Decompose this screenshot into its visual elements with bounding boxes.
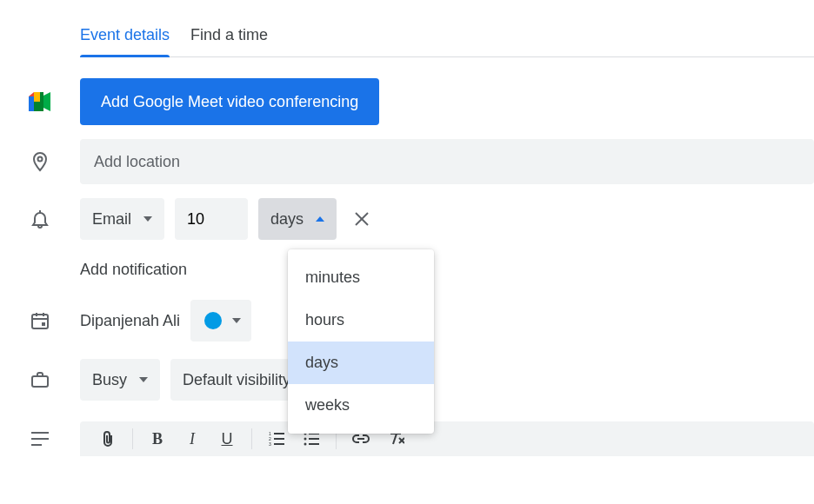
underline-button[interactable]: U [211, 423, 243, 454]
bold-button[interactable]: B [142, 423, 173, 454]
add-notification-button[interactable]: Add notification [80, 261, 187, 279]
svg-rect-11 [32, 315, 48, 328]
svg-text:3: 3 [269, 441, 271, 446]
description-icon [30, 431, 50, 447]
notification-count-input[interactable] [175, 198, 248, 240]
unit-option-minutes[interactable]: minutes [288, 256, 434, 299]
bell-icon [30, 209, 50, 229]
chevron-down-icon [232, 318, 241, 323]
svg-rect-17 [32, 376, 48, 387]
notification-unit-dropdown[interactable]: days [258, 198, 337, 240]
svg-marker-8 [316, 216, 324, 222]
google-meet-icon [29, 92, 51, 111]
description-toolbar: B I U 123 [80, 421, 814, 456]
svg-point-33 [304, 443, 307, 446]
svg-rect-3 [34, 92, 40, 102]
svg-rect-0 [29, 96, 34, 111]
tab-event-details[interactable]: Event details [80, 26, 170, 56]
notification-unit-menu: minutes hours days weeks [288, 249, 434, 434]
tab-find-time[interactable]: Find a time [190, 26, 268, 56]
unit-option-hours[interactable]: hours [288, 299, 434, 342]
svg-marker-16 [232, 318, 241, 323]
svg-marker-4 [43, 92, 50, 111]
remove-notification-button[interactable] [347, 204, 377, 234]
unit-option-weeks[interactable]: weeks [288, 384, 434, 427]
event-tabs: Event details Find a time [80, 26, 814, 57]
chevron-up-icon [316, 216, 324, 222]
svg-marker-2 [29, 92, 34, 96]
chevron-down-icon [143, 216, 152, 222]
italic-button[interactable]: I [177, 423, 208, 454]
color-swatch [204, 312, 222, 329]
toolbar-divider [251, 428, 252, 449]
event-color-picker[interactable] [190, 300, 251, 342]
svg-rect-15 [42, 322, 45, 326]
visibility-dropdown[interactable]: Default visibility [170, 359, 297, 401]
svg-marker-7 [143, 216, 152, 222]
calendar-owner-name: Dipanjenah Ali [80, 312, 180, 330]
svg-point-5 [38, 157, 43, 162]
svg-point-32 [304, 438, 307, 441]
svg-line-36 [393, 434, 397, 444]
calendar-icon [30, 311, 50, 330]
add-google-meet-button[interactable]: Add Google Meet video conferencing [80, 78, 379, 125]
chevron-down-icon [139, 377, 148, 382]
unit-option-days[interactable]: days [288, 342, 434, 384]
location-pin-icon [30, 151, 50, 172]
toolbar-divider [132, 428, 133, 449]
availability-dropdown[interactable]: Busy [80, 359, 160, 401]
notification-method-dropdown[interactable]: Email [80, 198, 164, 240]
location-input[interactable] [80, 139, 814, 184]
briefcase-icon [30, 370, 50, 389]
svg-marker-18 [139, 377, 148, 382]
attach-file-button[interactable] [92, 423, 123, 454]
